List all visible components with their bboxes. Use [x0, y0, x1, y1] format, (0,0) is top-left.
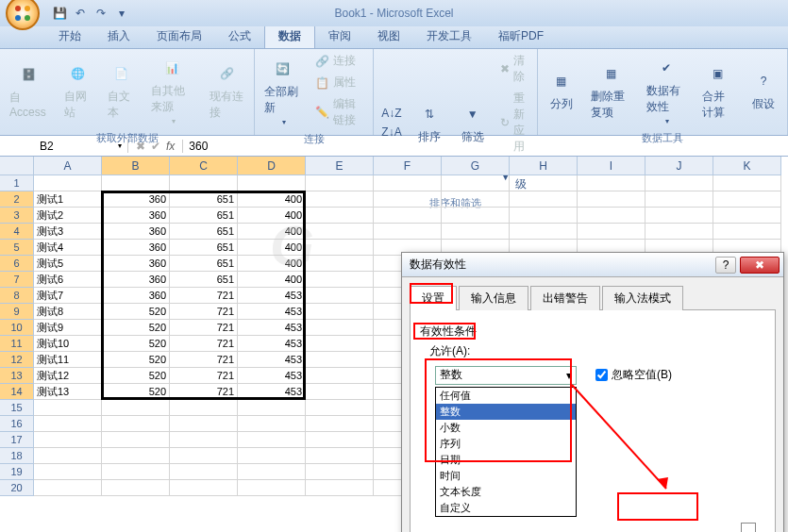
- row-header[interactable]: 17: [0, 432, 34, 448]
- cell[interactable]: [510, 175, 578, 191]
- select-all-corner[interactable]: [0, 157, 34, 175]
- cell[interactable]: [238, 480, 306, 496]
- reapply-button[interactable]: ↻重新应用: [496, 89, 533, 157]
- dialog-titlebar[interactable]: 数据有效性 ? ✖: [402, 253, 783, 277]
- from-web-button[interactable]: 🌐自网站: [59, 57, 98, 125]
- column-header[interactable]: I: [578, 157, 645, 175]
- cell[interactable]: [102, 400, 170, 416]
- row-header[interactable]: 10: [0, 320, 34, 336]
- redo-icon[interactable]: ↷: [92, 5, 109, 22]
- cell[interactable]: [34, 480, 102, 496]
- cell[interactable]: 360: [102, 240, 170, 256]
- row-header[interactable]: 14: [0, 384, 34, 400]
- row-header[interactable]: 12: [0, 352, 34, 368]
- cell[interactable]: [34, 448, 102, 464]
- cell[interactable]: [306, 224, 374, 240]
- dropdown-option[interactable]: 日期: [436, 452, 576, 468]
- cell[interactable]: 651: [170, 256, 238, 272]
- column-header[interactable]: A: [34, 157, 102, 175]
- row-header[interactable]: 5: [0, 240, 34, 256]
- cell[interactable]: [374, 175, 442, 191]
- cell[interactable]: [238, 416, 306, 432]
- cell[interactable]: [170, 464, 238, 480]
- column-header[interactable]: J: [645, 157, 713, 175]
- allow-dropdown-list[interactable]: 任何值整数小数序列日期时间文本长度自定义: [435, 387, 577, 517]
- tab-layout[interactable]: 页面布局: [143, 25, 215, 48]
- cell[interactable]: [306, 336, 374, 352]
- cell[interactable]: [34, 400, 102, 416]
- cell[interactable]: [442, 224, 510, 240]
- range-picker-icon[interactable]: [741, 523, 756, 532]
- cell[interactable]: 测试2: [34, 208, 102, 224]
- row-header[interactable]: 15: [0, 400, 34, 416]
- cell[interactable]: [306, 288, 374, 304]
- cell[interactable]: 测试11: [34, 352, 102, 368]
- cell[interactable]: [102, 416, 170, 432]
- cell[interactable]: [645, 224, 713, 240]
- cell[interactable]: 651: [170, 208, 238, 224]
- column-header[interactable]: C: [170, 157, 238, 175]
- cell[interactable]: [374, 208, 442, 224]
- cell[interactable]: [306, 320, 374, 336]
- cell[interactable]: 520: [102, 384, 170, 400]
- cell[interactable]: 360: [102, 224, 170, 240]
- sort-asc-button[interactable]: A↓Z: [377, 105, 405, 122]
- cell[interactable]: [306, 240, 374, 256]
- cell[interactable]: [306, 416, 374, 432]
- sort-desc-button[interactable]: Z↓A: [377, 124, 405, 141]
- cell[interactable]: 测试9: [34, 320, 102, 336]
- cell[interactable]: [306, 191, 374, 208]
- cell[interactable]: 400: [238, 240, 306, 256]
- column-header[interactable]: D: [238, 157, 306, 175]
- cell[interactable]: 520: [102, 352, 170, 368]
- cell[interactable]: [306, 368, 374, 384]
- dropdown-option[interactable]: 任何值: [436, 388, 576, 404]
- dialog-tab-ime[interactable]: 输入法模式: [602, 286, 683, 310]
- cell[interactable]: 测试4: [34, 240, 102, 256]
- remove-dup-button[interactable]: ▦删除重复项: [585, 57, 637, 125]
- dialog-close-button[interactable]: ✖: [740, 257, 780, 274]
- dropdown-option[interactable]: 小数: [436, 420, 576, 436]
- cell[interactable]: 651: [170, 224, 238, 240]
- cell[interactable]: 测试12: [34, 368, 102, 384]
- cell[interactable]: 651: [170, 272, 238, 288]
- data-validation-button[interactable]: ✔数据有效性▾: [641, 51, 693, 129]
- allow-select[interactable]: 整数 ▾: [435, 366, 577, 385]
- cell[interactable]: 360: [102, 256, 170, 272]
- cell[interactable]: [170, 448, 238, 464]
- column-header[interactable]: B: [102, 157, 170, 175]
- row-header[interactable]: 16: [0, 416, 34, 432]
- cell[interactable]: [306, 480, 374, 496]
- cell[interactable]: [306, 352, 374, 368]
- dropdown-option[interactable]: 时间: [436, 468, 576, 484]
- from-other-button[interactable]: 📊自其他来源▾: [145, 51, 200, 129]
- cell[interactable]: [170, 400, 238, 416]
- cell[interactable]: [306, 400, 374, 416]
- cell[interactable]: 400: [238, 256, 306, 272]
- cell[interactable]: [34, 464, 102, 480]
- cell[interactable]: [102, 480, 170, 496]
- cell[interactable]: 453: [238, 368, 306, 384]
- dropdown-option[interactable]: 自定义: [436, 500, 576, 516]
- tab-formula[interactable]: 公式: [215, 25, 264, 48]
- cell[interactable]: 400: [238, 272, 306, 288]
- cell[interactable]: 测试8: [34, 304, 102, 320]
- office-button[interactable]: [6, 0, 40, 30]
- undo-icon[interactable]: ↶: [72, 5, 89, 22]
- cell[interactable]: 721: [170, 288, 238, 304]
- cell[interactable]: [713, 224, 781, 240]
- cell[interactable]: [102, 448, 170, 464]
- cell[interactable]: [374, 191, 442, 208]
- tab-home[interactable]: 开始: [45, 25, 94, 48]
- column-header[interactable]: K: [713, 157, 781, 175]
- cell[interactable]: [645, 191, 713, 208]
- qat-more-icon[interactable]: ▾: [113, 5, 130, 22]
- cell[interactable]: 360: [102, 288, 170, 304]
- whatif-button[interactable]: ?假设: [744, 64, 783, 116]
- cell[interactable]: 520: [102, 304, 170, 320]
- cell[interactable]: 测试6: [34, 272, 102, 288]
- cell[interactable]: 测试5: [34, 256, 102, 272]
- cell[interactable]: [306, 384, 374, 400]
- cancel-formula-icon[interactable]: ✖: [136, 140, 145, 153]
- cell[interactable]: 721: [170, 368, 238, 384]
